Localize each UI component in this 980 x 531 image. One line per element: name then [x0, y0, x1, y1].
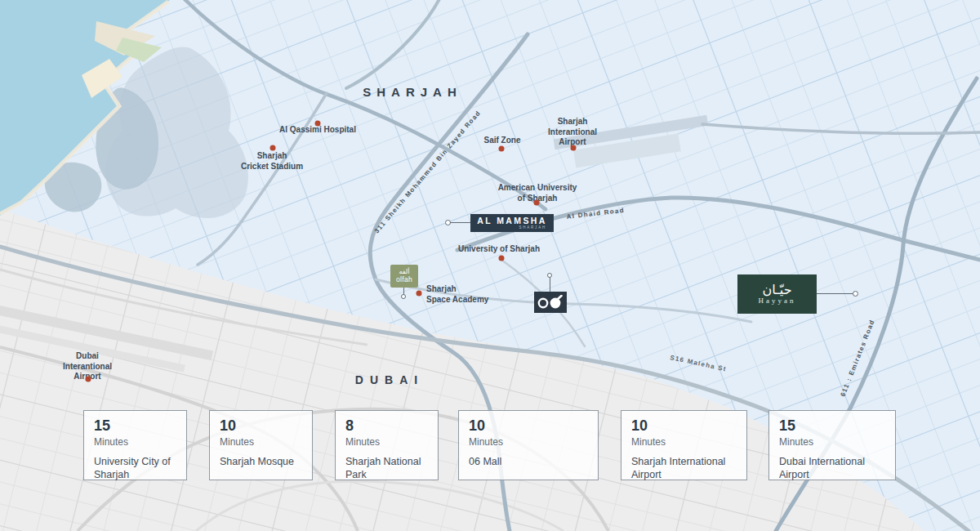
map-marker-saif-zone: [499, 146, 505, 152]
card-destination: Sharjah Mosque: [220, 455, 302, 468]
hayyan-arabic-label: حيّـان: [762, 283, 791, 297]
travel-time-card-university-city: 15 Minutes University City of Sharjah: [83, 410, 187, 480]
card-destination: Dubai International Airport: [779, 455, 885, 482]
card-minutes: 10: [631, 418, 737, 435]
location-map: 311 Sheikh Mohammed Bin Zayed Road Al Dh…: [0, 0, 980, 531]
card-destination: University City of Sharjah: [94, 455, 176, 482]
olfah-badge: ألفه olfah: [390, 265, 418, 288]
poi-label-sharjah-space-academy: Sharjah Space Academy: [426, 284, 488, 305]
poi-label-saif-zone: Saif Zone: [483, 136, 520, 146]
map-marker-american-university: [534, 200, 540, 206]
map-marker-space-academy: [416, 291, 422, 297]
hayyan-latin-label: Hayyan: [759, 297, 796, 305]
card-destination: Sharjah International Airport: [631, 455, 737, 482]
travel-time-card-sharjah-airport: 10 Minutes Sharjah International Airport: [621, 410, 747, 480]
poi-label-university-of-sharjah: University of Sharjah: [458, 244, 540, 255]
06-mall-badge: [534, 292, 567, 313]
card-destination: 06 Mall: [469, 455, 588, 468]
card-unit: Minutes: [220, 436, 302, 448]
card-unit: Minutes: [631, 436, 737, 448]
map-marker-sharjah-international-airport: [571, 145, 577, 151]
card-minutes: 10: [469, 418, 588, 435]
hayyan-leader-dot: [853, 291, 858, 297]
poi-label-sharjah-international-airport: Sharjah Interantional Airport: [548, 117, 597, 148]
card-minutes: 10: [220, 418, 302, 435]
al-mamsha-title: AL MAMSHA: [475, 216, 549, 225]
hayyan-badge: حيّـان Hayyan: [737, 274, 817, 314]
map-marker-cricket-stadium: [270, 145, 276, 151]
poi-label-sharjah-cricket-stadium: Sharjah Cricket Stadium: [241, 151, 303, 172]
hayyan-leader-line: [817, 293, 853, 294]
travel-time-card-national-park: 8 Minutes Sharjah National Park: [335, 410, 439, 480]
al-mamsha-subtitle: SHARJAH: [475, 225, 549, 230]
card-minutes: 15: [779, 418, 885, 435]
06-mall-leader-line: [550, 278, 550, 292]
poi-label-al-qassimi-hospital: Al Qassimi Hospital: [279, 125, 356, 136]
city-label-sharjah: SHARJAH: [363, 85, 462, 99]
06-mall-logo-icon: [537, 295, 564, 310]
map-marker-university-of-sharjah: [499, 256, 505, 261]
card-unit: Minutes: [94, 436, 176, 448]
travel-time-card-dubai-airport: 15 Minutes Dubai International Airport: [768, 410, 896, 480]
travel-time-card-sharjah-mosque: 10 Minutes Sharjah Mosque: [209, 410, 313, 480]
map-marker-dubai-international-airport: [86, 377, 91, 382]
card-destination: Sharjah National Park: [345, 455, 428, 482]
card-minutes: 15: [94, 418, 176, 435]
card-minutes: 8: [345, 418, 428, 435]
olfah-latin-label: olfah: [396, 276, 412, 283]
al-mamsha-leader-line: [450, 222, 470, 223]
city-label-dubai: DUBAI: [355, 373, 424, 386]
travel-time-card-06-mall: 10 Minutes 06 Mall: [458, 410, 599, 480]
al-mamsha-badge: AL MAMSHA SHARJAH: [470, 214, 554, 232]
card-unit: Minutes: [469, 436, 588, 448]
card-unit: Minutes: [779, 436, 885, 448]
card-unit: Minutes: [345, 436, 428, 448]
olfah-leader-dot: [401, 294, 406, 299]
